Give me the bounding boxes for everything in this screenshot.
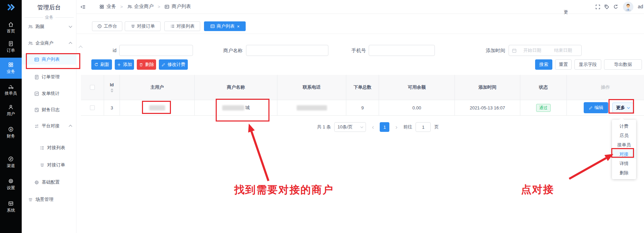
breadcrumb-merchant-list[interactable]: 商户列表: [172, 3, 191, 10]
sort-caret-icon[interactable]: [111, 88, 113, 93]
dropdown-item-billing[interactable]: 计费: [612, 122, 636, 131]
show-fields-button[interactable]: 显示字段: [574, 59, 601, 70]
username-partial[interactable]: ad: [638, 4, 643, 9]
tab-merchant-list[interactable]: 商户列表×: [204, 21, 246, 31]
sidebar-item-enterprise-merchant[interactable]: 企业商户: [22, 38, 76, 48]
cell-id: 3: [104, 100, 120, 115]
tab-connect-orders[interactable]: 对接订单: [125, 21, 161, 31]
cell-phone: [277, 100, 346, 115]
pencil-icon: [161, 62, 166, 67]
sidebar-item-scene-management[interactable]: 场景管理: [22, 194, 76, 205]
sidebar-item-order-management[interactable]: 订单管理: [22, 72, 76, 82]
col-header-id[interactable]: Id: [104, 75, 120, 100]
refresh-page-icon[interactable]: [613, 4, 619, 10]
sidebar-item-connect-list[interactable]: 对接列表: [22, 143, 76, 153]
primary-nav-rail: 首页 订单 业务 接单员 用户 财务 渠道 设置 系统: [0, 0, 22, 233]
dropdown-item-connect[interactable]: 对接: [612, 149, 636, 159]
app-logo-icon[interactable]: [0, 3, 22, 12]
prev-page-button[interactable]: ‹: [369, 124, 376, 131]
redacted-master-user: [149, 105, 165, 110]
breadcrumb-separator: >: [118, 4, 125, 9]
app-title: 管理后台: [22, 3, 76, 11]
rail-label: 渠道: [7, 163, 15, 168]
user-avatar[interactable]: [623, 2, 633, 12]
sidebar-item-connect-orders[interactable]: 对接订单: [22, 160, 76, 170]
rail-item-users[interactable]: 用户: [0, 104, 22, 117]
edit-billing-button[interactable]: 修改计费: [159, 59, 188, 70]
filter-phone-input[interactable]: [369, 45, 435, 56]
dropdown-item-details[interactable]: 详情: [612, 159, 636, 168]
next-page-button[interactable]: ›: [393, 124, 400, 131]
sidebar-item-errand[interactable]: 跑腿: [22, 21, 76, 32]
start-date-placeholder: 开始日期: [517, 47, 548, 54]
arrow-to-connect-item: [569, 154, 613, 179]
reset-button[interactable]: 重置: [555, 59, 572, 70]
filter-collapse-icon[interactable]: [79, 46, 82, 49]
filter-merchant-name-input[interactable]: [246, 45, 328, 56]
edit-button[interactable]: 编辑: [584, 102, 608, 113]
filter-date-range-input[interactable]: 开始日期 结束日期: [509, 45, 582, 56]
secondary-sidebar: 管理后台 业务 跑腿 企业商户 商户列表 订单管理 发单统计 财务日志 平台对接…: [22, 0, 76, 233]
annotation-text-click-connect: 点对接: [521, 183, 554, 197]
filter-id-label: id: [100, 45, 116, 56]
sidebar-item-basic-config[interactable]: 基础配置: [22, 177, 76, 187]
search-button[interactable]: 搜索: [535, 59, 552, 70]
current-page-button[interactable]: 1: [380, 122, 389, 132]
merchant-card-icon: [164, 4, 170, 9]
plus-icon: [117, 62, 121, 67]
goto-page-input[interactable]: [416, 122, 431, 132]
rail-item-orders[interactable]: 订单: [0, 41, 22, 54]
add-button[interactable]: 添加: [115, 59, 134, 70]
tab-overflow-partial[interactable]: 更多: [564, 9, 568, 15]
total-count: 共 1 条: [317, 124, 331, 130]
filter-phone-label: 手机号: [349, 45, 366, 56]
goto-label: 前往: [403, 124, 412, 130]
dropdown-item-delete[interactable]: 删除: [612, 168, 636, 177]
rail-item-finance[interactable]: 财务: [0, 126, 22, 139]
fullscreen-icon[interactable]: [595, 4, 601, 10]
dropdown-item-courier[interactable]: 接单员: [612, 140, 636, 149]
list-icon: [170, 24, 175, 29]
rail-item-business[interactable]: 业务: [0, 58, 22, 79]
rail-item-system[interactable]: 系统: [0, 201, 22, 213]
chevron-down-icon: [360, 125, 363, 128]
cell-status: 通过: [520, 100, 567, 115]
filter-id-input[interactable]: [119, 45, 193, 56]
cell-merchant-name: 城: [195, 100, 277, 115]
sidebar-item-merchant-list[interactable]: 商户列表: [22, 54, 76, 65]
row-checkbox[interactable]: [90, 105, 95, 110]
trash-icon: [139, 62, 143, 67]
sidebar-item-platform-connect[interactable]: 平台对接: [22, 121, 76, 131]
sidebar-collapse-icon[interactable]: [80, 4, 86, 10]
goto-unit: 页: [434, 124, 439, 130]
tab-close-icon[interactable]: ×: [237, 24, 240, 29]
refresh-button[interactable]: 刷新: [91, 59, 112, 70]
delete-button[interactable]: 删除: [137, 59, 156, 70]
tab-connect-list[interactable]: 对接列表: [164, 21, 200, 31]
export-data-button[interactable]: 导出数据: [604, 59, 642, 70]
col-header-order-count: 下单总数: [346, 75, 379, 100]
table-header-row: Id 主用户 商户名称 联系电话 下单总数 可用余额 添加时间 状态 操作: [81, 75, 644, 100]
select-all-checkbox[interactable]: [90, 85, 95, 90]
rail-label: 系统: [7, 208, 15, 213]
page-size-select[interactable]: 10条/页: [334, 122, 366, 132]
theme-tag-icon[interactable]: [604, 4, 610, 10]
rail-item-settings[interactable]: 设置: [0, 178, 22, 191]
dropdown-item-clerk[interactable]: 店员: [612, 131, 636, 140]
breadcrumb-enterprise-merchant[interactable]: 企业商户: [134, 3, 154, 10]
rail-item-channels[interactable]: 渠道: [0, 156, 22, 169]
breadcrumb-business[interactable]: 业务: [106, 3, 116, 10]
table-row: 3 城 9 0.00 2021-05-13 16:07 通过 编辑 更多: [81, 100, 644, 116]
more-button[interactable]: 更多: [612, 103, 633, 113]
clock-icon: [97, 24, 102, 29]
tab-workbench[interactable]: 工作台: [92, 21, 122, 31]
col-header-phone: 联系电话: [277, 75, 346, 100]
rail-item-couriers[interactable]: 接单员: [0, 84, 22, 96]
sidebar-item-dispatch-stats[interactable]: 发单统计: [22, 88, 76, 99]
admin-console: 首页 订单 业务 接单员 用户 财务 渠道 设置 系统 管理后台 业务 跑腿 企…: [0, 0, 644, 233]
calendar-icon: [512, 48, 517, 53]
refresh-icon: [94, 62, 99, 67]
sidebar-item-finance-log[interactable]: 财务日志: [22, 105, 76, 115]
rail-item-home[interactable]: 首页: [0, 21, 22, 34]
cell-actions: 编辑 更多: [567, 100, 644, 115]
